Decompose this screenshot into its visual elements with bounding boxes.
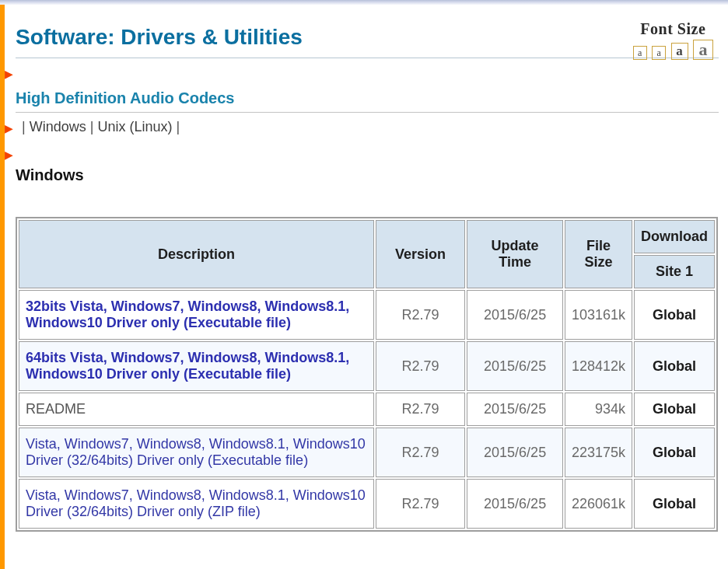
left-orange-bar [0,5,5,532]
tab-separator: | [90,119,94,134]
th-file-size: File Size [565,220,632,288]
cell-description: Vista, Windows7, Windows8, Windows8.1, W… [19,479,374,529]
cell-file-size: 223175k [565,428,632,477]
tab-unix-linux[interactable]: Unix (Linux) [97,119,172,134]
table-row: 64bits Vista, Windows7, Windows8, Window… [19,341,715,391]
main-content: Software: Drivers & Utilities High Defin… [16,25,728,532]
font-size-buttons: a a a a [632,40,714,60]
download-description-link[interactable]: 64bits Vista, Windows7, Windows8, Window… [26,350,349,382]
table-row: Vista, Windows7, Windows8, Windows8.1, W… [19,479,715,529]
cell-version: R2.79 [376,393,465,426]
cell-file-size: 103161k [565,290,632,340]
cell-file-size: 934k [565,393,632,426]
cell-version: R2.79 [376,290,465,340]
cell-version: R2.79 [376,341,465,391]
downloads-table: Description Version Update Time File Siz… [16,217,718,532]
cell-file-size: 226061k [565,479,632,529]
sidebar-arrow-icon: ▶ [5,68,13,79]
cell-version: R2.79 [376,479,465,529]
cell-description: README [19,393,374,426]
cell-download-site[interactable]: Global [634,479,715,529]
th-version: Version [376,220,465,288]
subhead-divider [16,112,719,113]
table-row: Vista, Windows7, Windows8, Windows8.1, W… [19,428,715,477]
th-site1: Site 1 [634,255,715,288]
cell-update-time: 2015/6/25 [467,479,563,529]
cell-description: 32bits Vista, Windows7, Windows8, Window… [19,290,374,340]
tab-windows[interactable]: Windows [30,119,86,134]
cell-description: Vista, Windows7, Windows8, Windows8.1, W… [19,428,374,477]
cell-update-time: 2015/6/25 [467,428,563,477]
sidebar-arrow-icon: ▶ [5,149,13,160]
cell-download-site[interactable]: Global [634,290,715,340]
th-update-time: Update Time [467,220,563,288]
cell-download-site[interactable]: Global [634,341,715,391]
th-description: Description [19,220,374,288]
cell-update-time: 2015/6/25 [467,341,563,391]
font-size-selector: Font Size a a a a [632,20,714,60]
cell-update-time: 2015/6/25 [467,290,563,340]
tab-separator: | [177,119,180,134]
font-size-small-button[interactable]: a [633,46,647,60]
table-header-row: Description Version Update Time File Siz… [19,220,715,253]
downloads-table-body: 32bits Vista, Windows7, Windows8, Window… [19,290,715,529]
title-divider [16,58,719,58]
page-title: Software: Drivers & Utilities [16,25,719,50]
os-tab-row: | Windows | Unix (Linux) | [16,119,719,135]
cell-update-time: 2015/6/25 [467,393,563,426]
download-description-link[interactable]: Vista, Windows7, Windows8, Windows8.1, W… [26,487,366,519]
cell-description: 64bits Vista, Windows7, Windows8, Window… [19,341,374,391]
download-description-link[interactable]: 32bits Vista, Windows7, Windows8, Window… [26,298,349,330]
font-size-label: Font Size [632,20,714,38]
cell-version: R2.79 [376,428,465,477]
section-heading-windows: Windows [16,166,719,184]
table-row: 32bits Vista, Windows7, Windows8, Window… [19,290,715,340]
cell-download-site[interactable]: Global [634,428,715,477]
section-subhead: High Definition Audio Codecs [16,89,719,107]
tab-separator: | [22,119,26,134]
font-size-medium-button[interactable]: a [652,46,666,60]
table-row: READMER2.792015/6/25934kGlobal [19,393,715,426]
font-size-xlarge-button[interactable]: a [693,40,713,60]
sidebar-arrow-icon: ▶ [5,123,13,134]
top-gradient-band [0,0,728,5]
download-description-link[interactable]: Vista, Windows7, Windows8, Windows8.1, W… [26,436,366,468]
cell-file-size: 128412k [565,341,632,391]
th-download: Download [634,220,715,253]
cell-download-site[interactable]: Global [634,393,715,426]
font-size-large-button[interactable]: a [671,43,688,60]
